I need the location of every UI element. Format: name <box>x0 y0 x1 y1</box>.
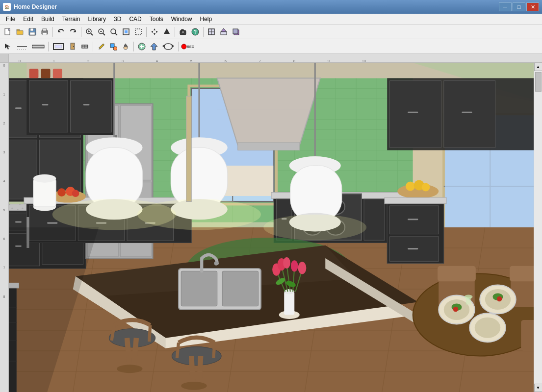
btn-record[interactable]: REC <box>181 41 196 52</box>
btn-room-tool[interactable] <box>51 41 66 52</box>
btn-elevation-view[interactable] <box>218 26 230 38</box>
btn-camera[interactable] <box>177 26 189 38</box>
svg-rect-151 <box>83 104 90 105</box>
btn-new[interactable] <box>2 26 14 38</box>
btn-add-object[interactable] <box>136 41 148 52</box>
svg-rect-52 <box>99 44 104 49</box>
svg-marker-27 <box>164 28 170 34</box>
scroll-track-vertical[interactable] <box>534 71 542 384</box>
svg-rect-271 <box>186 96 192 201</box>
svg-rect-196 <box>408 219 418 220</box>
svg-text:REC: REC <box>187 45 194 49</box>
svg-marker-24 <box>154 33 155 35</box>
svg-point-29 <box>181 31 184 34</box>
btn-fill[interactable] <box>107 41 119 52</box>
btn-3d-view[interactable] <box>230 26 242 38</box>
svg-point-18 <box>111 29 116 34</box>
btn-zoom-in[interactable] <box>96 26 107 38</box>
svg-rect-54 <box>110 44 114 48</box>
menu-file[interactable]: File <box>2 15 19 24</box>
btn-redo[interactable] <box>67 26 79 38</box>
svg-rect-2 <box>17 29 20 31</box>
svg-point-267 <box>453 307 459 312</box>
btn-save[interactable] <box>26 26 38 38</box>
svg-rect-156 <box>238 143 300 150</box>
btn-print[interactable] <box>39 26 51 38</box>
svg-rect-190 <box>408 112 418 113</box>
ruler-corner <box>0 54 9 63</box>
svg-marker-26 <box>156 31 158 33</box>
minimize-button[interactable]: ─ <box>499 2 512 11</box>
scroll-up-button[interactable]: ▲ <box>534 63 542 71</box>
btn-undo[interactable] <box>55 26 67 38</box>
svg-marker-23 <box>154 28 155 30</box>
svg-point-167 <box>57 188 66 196</box>
title-controls: ─ □ ✕ <box>499 2 539 11</box>
scroll-thumb-vertical[interactable] <box>535 72 542 92</box>
menu-cad[interactable]: CAD <box>125 15 145 24</box>
menu-bar: File Edit Build Terrain Library 3D CAD T… <box>0 14 542 24</box>
btn-floorplan-view[interactable] <box>206 26 217 38</box>
left-ruler: 0 1 2 3 4 5 6 7 8 <box>0 63 9 392</box>
svg-rect-136 <box>15 221 22 222</box>
svg-rect-287 <box>33 178 56 207</box>
svg-rect-189 <box>444 81 495 148</box>
scene-svg <box>9 63 534 392</box>
svg-rect-180 <box>364 199 385 240</box>
canvas-area[interactable] <box>9 63 534 392</box>
btn-door-tool[interactable] <box>67 41 78 52</box>
scroll-down-button[interactable]: ▼ <box>534 384 542 392</box>
window-title: Home Designer <box>14 3 57 10</box>
svg-point-264 <box>475 318 501 338</box>
menu-build[interactable]: Build <box>37 15 58 24</box>
sep8 <box>133 42 134 51</box>
svg-rect-193 <box>385 197 446 204</box>
svg-text:?: ? <box>194 29 197 35</box>
svg-rect-39 <box>233 29 238 34</box>
svg-rect-150 <box>42 104 49 105</box>
svg-point-207 <box>214 261 218 265</box>
svg-rect-197 <box>408 248 418 249</box>
svg-rect-206 <box>222 271 258 306</box>
btn-zoom-out[interactable] <box>108 26 120 38</box>
svg-rect-37 <box>221 32 227 35</box>
svg-rect-209 <box>284 292 294 315</box>
btn-window-tool[interactable] <box>79 41 91 52</box>
svg-marker-36 <box>221 28 227 32</box>
maximize-button[interactable]: □ <box>513 2 525 11</box>
svg-rect-258 <box>521 320 534 351</box>
btn-hand-tool[interactable] <box>120 41 131 52</box>
kitchen-scene[interactable] <box>9 63 534 392</box>
svg-rect-126 <box>9 140 37 199</box>
close-button[interactable]: ✕ <box>526 2 539 11</box>
btn-zoom-all[interactable] <box>120 26 132 38</box>
btn-arrow-up[interactable] <box>148 41 160 52</box>
btn-open[interactable] <box>14 26 26 38</box>
svg-rect-30 <box>181 29 183 31</box>
svg-point-219 <box>291 260 298 271</box>
btn-zoom-box[interactable] <box>132 26 144 38</box>
svg-marker-61 <box>162 45 164 48</box>
menu-terrain[interactable]: Terrain <box>58 15 84 24</box>
svg-rect-8 <box>43 33 47 35</box>
svg-point-239 <box>137 199 261 230</box>
svg-rect-128 <box>15 107 22 109</box>
app-icon: 🏠 <box>3 3 11 11</box>
btn-pan[interactable] <box>149 26 160 38</box>
sep2 <box>81 27 81 37</box>
btn-select-tool[interactable] <box>2 41 14 52</box>
menu-help[interactable]: Help <box>196 15 216 24</box>
menu-window[interactable]: Window <box>167 15 196 24</box>
btn-pencil[interactable] <box>95 41 107 52</box>
menu-edit[interactable]: Edit <box>19 15 37 24</box>
btn-help[interactable]: ? <box>189 26 201 38</box>
btn-wall-tool[interactable] <box>30 41 46 52</box>
menu-tools[interactable]: Tools <box>146 15 167 24</box>
btn-up[interactable] <box>161 26 173 38</box>
btn-draw-line[interactable] <box>14 41 30 52</box>
right-scrollbar: ▲ ▼ <box>534 63 542 392</box>
btn-rotate-tool[interactable] <box>160 41 176 52</box>
menu-library[interactable]: Library <box>84 15 110 24</box>
btn-zoom-fit[interactable] <box>83 26 95 38</box>
menu-3d[interactable]: 3D <box>110 15 125 24</box>
